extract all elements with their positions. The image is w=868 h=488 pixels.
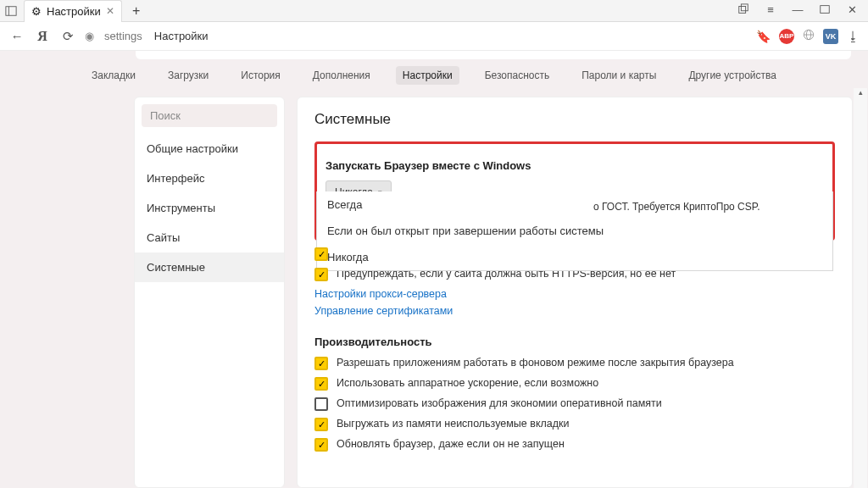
nav-tab[interactable]: Загрузки	[161, 66, 215, 85]
performance-row: Использовать аппаратное ускорение, если …	[314, 377, 835, 391]
sidebar-item[interactable]: Общие настройки	[135, 134, 284, 164]
settings-page: ЗакладкиЗагрузкиИсторияДополненияНастрой…	[0, 51, 868, 488]
svg-rect-2	[739, 7, 746, 14]
performance-label: Оптимизировать изображения для экономии …	[337, 397, 662, 409]
vertical-scrollbar[interactable]: ▴	[854, 88, 867, 488]
panel-toggle-icon[interactable]	[0, 5, 22, 17]
performance-label: Выгружать из памяти неиспользуемые вклад…	[337, 418, 570, 430]
nav-tab[interactable]: История	[234, 66, 287, 85]
sidebar-search[interactable]: Поиск	[142, 104, 277, 127]
autorun-title: Запускать Браузер вместе с Windows	[326, 159, 824, 172]
sidebar-item[interactable]: Сайты	[135, 223, 284, 252]
svg-rect-3	[741, 4, 748, 11]
checkbox[interactable]	[314, 438, 328, 452]
autorun-highlight: Запускать Браузер вместе с Windows Никог…	[314, 141, 835, 241]
checkbox[interactable]	[314, 268, 328, 281]
settings-nav: ЗакладкиЗагрузкиИсторияДополненияНастрой…	[0, 66, 868, 85]
browser-tab[interactable]: ⚙ Настройки ✕	[24, 0, 122, 22]
bookmark-icon[interactable]: 🔖	[756, 30, 771, 43]
autorun-option[interactable]: Если он был открыт при завершении работы…	[317, 218, 832, 244]
section-heading: Системные	[314, 111, 835, 128]
settings-main: Системные Запускать Браузер вместе с Win…	[297, 97, 853, 488]
nav-tab[interactable]: Пароли и карты	[575, 66, 663, 85]
close-tab-icon[interactable]: ✕	[106, 5, 114, 17]
globe-icon[interactable]	[803, 29, 815, 43]
settings-sidebar: Поиск Общие настройкиИнтерфейсИнструмент…	[134, 97, 285, 488]
maximize-button[interactable]	[817, 3, 832, 18]
site-info-icon[interactable]: ◉	[85, 30, 94, 42]
downloads-icon[interactable]: ⭳	[847, 29, 860, 43]
proxy-settings-link[interactable]: Настройки прокси-сервера	[314, 288, 835, 300]
checkbox[interactable]	[314, 397, 328, 411]
nav-tab[interactable]: Настройки	[396, 66, 459, 85]
tab-title: Настройки	[47, 5, 101, 18]
performance-row: Разрешать приложениям работать в фоновом…	[314, 357, 835, 370]
vk-icon[interactable]: VK	[823, 29, 838, 44]
nav-tab[interactable]: Дополнения	[306, 66, 377, 85]
minimize-button[interactable]: —	[790, 3, 805, 18]
certificates-link[interactable]: Управление сертификатами	[314, 305, 835, 317]
close-window-button[interactable]: ✕	[844, 3, 860, 18]
back-button[interactable]: ←	[8, 29, 25, 43]
svg-rect-0	[6, 6, 16, 15]
checkbox[interactable]	[314, 357, 328, 370]
url-host[interactable]: settings	[104, 30, 142, 42]
performance-row: Обновлять браузер, даже если он не запущ…	[314, 438, 835, 452]
window-controls: ≡ — ✕	[736, 3, 868, 18]
yandex-home-icon[interactable]: Я	[34, 29, 51, 44]
reload-button[interactable]: ⟳	[59, 29, 76, 44]
new-tab-button[interactable]: +	[127, 3, 146, 19]
nav-tab[interactable]: Безопасность	[478, 66, 557, 85]
tabs-overview-icon[interactable]	[736, 3, 751, 18]
url-path[interactable]: Настройки	[154, 30, 209, 42]
checkbox[interactable]	[314, 377, 328, 391]
sidebar-item[interactable]: Интерфейс	[135, 164, 284, 193]
sidebar-item[interactable]: Системные	[135, 252, 284, 282]
performance-label: Обновлять браузер, даже если он не запущ…	[337, 438, 565, 450]
adblock-icon[interactable]: ABP	[779, 29, 794, 44]
svg-rect-4	[821, 6, 830, 14]
performance-row: Выгружать из памяти неиспользуемые вклад…	[314, 418, 835, 431]
nav-tab[interactable]: Другие устройства	[682, 66, 783, 85]
sidebar-item[interactable]: Инструменты	[135, 193, 284, 223]
performance-label: Разрешать приложениям работать в фоновом…	[337, 357, 734, 369]
titlebar: ⚙ Настройки ✕ + ≡ — ✕	[0, 0, 868, 22]
nav-tab[interactable]: Закладки	[85, 66, 142, 85]
autorun-option[interactable]: Никогда	[317, 244, 832, 270]
gost-note-tail: о ГОСТ. Требуется КриптоПро CSP.	[593, 201, 760, 213]
gear-icon: ⚙	[31, 5, 42, 18]
decor-strip	[136, 51, 851, 59]
checkbox[interactable]	[314, 418, 328, 431]
menu-icon[interactable]: ≡	[763, 3, 778, 18]
performance-label: Использовать аппаратное ускорение, если …	[337, 377, 598, 389]
address-bar: ← Я ⟳ ◉ settings Настройки 🔖 ABP VK ⭳	[0, 22, 868, 51]
performance-title: Производительность	[314, 336, 835, 348]
checkbox[interactable]	[314, 247, 328, 261]
performance-row: Оптимизировать изображения для экономии …	[314, 397, 835, 411]
scroll-up-icon[interactable]: ▴	[854, 88, 867, 102]
